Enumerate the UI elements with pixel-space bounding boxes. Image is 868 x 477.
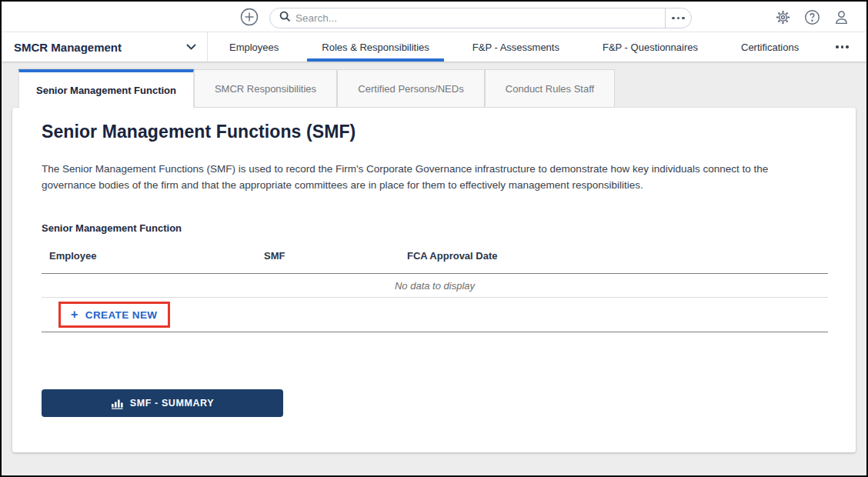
table-section-label: Senior Management Function: [42, 222, 828, 234]
top-bar: [2, 2, 866, 32]
column-header-fca-approval-date: FCA Approval Date: [407, 250, 828, 262]
question-circle-icon: [804, 9, 820, 25]
tab-conduct-rules-staff[interactable]: Conduct Rules Staff: [485, 69, 615, 108]
page-content: Senior Management Function SMCR Responsi…: [2, 62, 866, 475]
search-icon: [279, 11, 291, 25]
table-empty-state: No data to display: [42, 274, 828, 298]
page-description: The Senior Management Functions (SMF) is…: [42, 161, 803, 193]
profile-button[interactable]: [833, 9, 850, 25]
app-title: SMCR Management: [14, 41, 122, 54]
ellipsis-icon: [836, 45, 849, 48]
bar-chart-icon: [111, 398, 123, 409]
column-header-smf: SMF: [264, 250, 407, 262]
smf-summary-label: SMF - SUMMARY: [130, 398, 214, 409]
table-footer-row: + CREATE NEW: [42, 298, 828, 332]
create-new-label: CREATE NEW: [85, 309, 158, 321]
smf-panel: Senior Management Functions (SMF) The Se…: [12, 108, 856, 452]
user-icon: [833, 9, 850, 25]
annotation-highlight-box: + CREATE NEW: [58, 302, 170, 328]
quick-add-button[interactable]: [240, 8, 259, 26]
nav-more-button[interactable]: [820, 32, 864, 62]
search-bar: [269, 8, 692, 28]
tab-certified-persons-neds[interactable]: Certified Persons/NEDs: [337, 69, 485, 108]
nav-item-fp-questionnaires[interactable]: F&P - Questionnaires: [581, 32, 719, 62]
nav-item-fp-assessments[interactable]: F&P - Assessments: [451, 32, 581, 62]
app-nav-bar: SMCR Management Employees Roles & Respon…: [2, 32, 866, 62]
app-switcher[interactable]: SMCR Management: [2, 32, 208, 62]
sub-tab-row: Senior Management Function SMCR Responsi…: [18, 69, 856, 108]
page-title: Senior Management Functions (SMF): [42, 122, 828, 142]
tab-smcr-responsibilities[interactable]: SMCR Responsibilities: [194, 69, 337, 108]
search-options-button[interactable]: [665, 8, 691, 28]
nav-item-employees[interactable]: Employees: [208, 32, 300, 62]
table-header-row: Employee SMF FCA Approval Date: [42, 239, 828, 274]
plus-circle-icon: [240, 8, 259, 26]
help-button[interactable]: [804, 9, 820, 25]
settings-button[interactable]: [775, 9, 791, 25]
gear-icon: [775, 9, 791, 25]
nav-item-roles-responsibilities[interactable]: Roles & Responsibilities: [300, 32, 450, 62]
nav-items: Employees Roles & Responsibilities F&P -…: [208, 32, 864, 62]
column-header-employee: Employee: [42, 250, 264, 262]
tab-senior-management-function[interactable]: Senior Management Function: [18, 69, 194, 108]
ellipsis-icon: [672, 17, 685, 20]
nav-item-certifications[interactable]: Certifications: [719, 32, 820, 62]
top-bar-actions: [775, 2, 850, 32]
create-new-button[interactable]: + CREATE NEW: [71, 309, 158, 321]
smf-table: Employee SMF FCA Approval Date No data t…: [42, 239, 828, 332]
smf-summary-button[interactable]: SMF - SUMMARY: [42, 389, 283, 417]
plus-icon: +: [71, 309, 78, 321]
chevron-down-icon: [186, 44, 196, 50]
search-input[interactable]: [295, 8, 665, 28]
app-window: SMCR Management Employees Roles & Respon…: [0, 0, 868, 477]
